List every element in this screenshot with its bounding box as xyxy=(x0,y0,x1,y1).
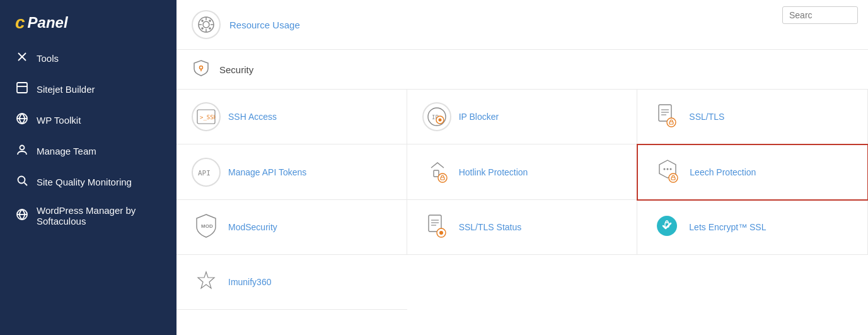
svg-point-37 xyxy=(438,173,447,182)
svg-text:MOD: MOD xyxy=(201,223,213,229)
ssl-tls-label[interactable]: SSL/TLS xyxy=(689,112,724,122)
resource-usage-link[interactable]: Resource Usage xyxy=(229,20,300,30)
modsecurity-icon: MOD xyxy=(192,211,221,243)
grid-item-modsecurity[interactable]: MOD ModSecurity xyxy=(176,200,407,255)
search-bar-area xyxy=(772,0,868,30)
sidebar-item-wordpress-manager[interactable]: WordPress Manager by Softaculous xyxy=(0,197,176,234)
grid-item-ssl-tls[interactable]: SSL/TLS xyxy=(637,90,868,144)
wordpress-manager-icon xyxy=(15,208,29,224)
sidebar-item-sitejet[interactable]: Sitejet Builder xyxy=(0,74,176,105)
svg-point-19 xyxy=(202,28,203,29)
imunify360-label[interactable]: Imunify360 xyxy=(228,277,271,287)
sidebar-item-wp-toolkit[interactable]: WP Toolkit xyxy=(0,105,176,136)
svg-point-33 xyxy=(667,118,676,127)
sidebar-item-sitejet-label: Sitejet Builder xyxy=(37,84,95,95)
grid-item-ssl-tls-status[interactable]: SSL/TLS Status xyxy=(407,200,638,255)
lets-encrypt-label[interactable]: Lets Encrypt™ SSL xyxy=(689,222,766,232)
sidebar-item-tools-label: Tools xyxy=(37,53,59,64)
manage-api-tokens-icon: API xyxy=(192,158,221,187)
sidebar-item-wp-toolkit-label: WP Toolkit xyxy=(37,115,81,126)
ssh-access-icon: >_SSH xyxy=(192,102,221,131)
svg-point-12 xyxy=(203,21,209,28)
svg-point-41 xyxy=(667,168,669,170)
svg-point-17 xyxy=(202,20,203,21)
svg-point-18 xyxy=(209,20,211,21)
svg-point-7 xyxy=(18,177,25,184)
svg-line-8 xyxy=(25,183,28,186)
hotlink-protection-icon xyxy=(422,156,451,188)
svg-point-52 xyxy=(657,216,677,236)
ip-blocker-label[interactable]: IP Blocker xyxy=(459,112,499,122)
svg-point-42 xyxy=(670,168,672,170)
leech-protection-label[interactable]: Leech Protection xyxy=(690,167,756,177)
cpanel-logo: cPanel xyxy=(0,0,176,43)
svg-point-21 xyxy=(200,66,203,69)
grid-item-leech-protection[interactable]: Leech Protection xyxy=(637,144,868,201)
tools-icon xyxy=(15,50,29,66)
grid-item-imunify360[interactable]: Imunify360 xyxy=(176,255,407,310)
manage-team-icon xyxy=(15,143,29,159)
ssl-tls-status-icon xyxy=(422,211,451,243)
sidebar: cPanel Tools Sitejet Builder xyxy=(0,0,176,335)
grid-item-manage-api-tokens[interactable]: API Manage API Tokens xyxy=(176,144,407,200)
svg-text:API: API xyxy=(198,169,211,177)
hotlink-protection-label[interactable]: Hotlink Protection xyxy=(459,167,528,177)
grid-item-hotlink-protection[interactable]: Hotlink Protection xyxy=(407,144,638,200)
manage-api-tokens-label[interactable]: Manage API Tokens xyxy=(228,167,306,177)
sidebar-item-manage-team-label: Manage Team xyxy=(37,146,96,156)
svg-rect-36 xyxy=(434,170,439,177)
modsecurity-label[interactable]: ModSecurity xyxy=(228,222,277,232)
grid-item-ssh-access[interactable]: >_SSH SSH Access xyxy=(176,90,407,144)
svg-point-6 xyxy=(20,146,25,150)
svg-point-28 xyxy=(438,119,441,122)
search-input[interactable] xyxy=(782,6,858,24)
security-header-title: Security xyxy=(219,64,253,75)
imunify360-icon xyxy=(192,266,221,298)
sidebar-item-tools[interactable]: Tools xyxy=(0,43,176,74)
leech-protection-icon xyxy=(653,156,682,188)
site-quality-icon xyxy=(15,174,29,190)
security-header-icon xyxy=(192,59,211,80)
svg-rect-2 xyxy=(17,83,27,93)
svg-point-40 xyxy=(664,168,666,170)
resource-usage-section: Resource Usage xyxy=(176,0,868,50)
ip-blocker-icon: IP xyxy=(422,102,451,131)
lets-encrypt-icon xyxy=(652,211,681,243)
sidebar-item-site-quality[interactable]: Site Quality Monitoring xyxy=(0,167,176,197)
ssl-tls-icon xyxy=(652,101,681,132)
svg-marker-54 xyxy=(198,272,214,288)
wp-toolkit-icon xyxy=(15,112,29,128)
svg-point-20 xyxy=(209,28,211,29)
ssh-access-label[interactable]: SSH Access xyxy=(228,112,277,122)
sitejet-icon xyxy=(15,81,29,97)
svg-point-51 xyxy=(439,231,443,235)
ssl-tls-status-label[interactable]: SSL/TLS Status xyxy=(459,222,522,232)
security-section-header: Security xyxy=(176,50,868,90)
svg-point-43 xyxy=(669,173,678,182)
resource-usage-icon xyxy=(192,10,221,39)
grid-item-ip-blocker[interactable]: IP IP Blocker xyxy=(407,90,638,144)
main-content: Resource Usage Security >_SSH SSH Access xyxy=(176,0,868,335)
svg-text:>_SSH: >_SSH xyxy=(200,114,216,120)
sidebar-item-wordpress-manager-label: WordPress Manager by Softaculous xyxy=(37,205,161,226)
grid-item-lets-encrypt[interactable]: Lets Encrypt™ SSL xyxy=(637,200,868,255)
security-grid: >_SSH SSH Access IP IP Blocker xyxy=(176,90,868,310)
sidebar-item-manage-team[interactable]: Manage Team xyxy=(0,136,176,167)
sidebar-item-site-quality-label: Site Quality Monitoring xyxy=(37,177,132,187)
